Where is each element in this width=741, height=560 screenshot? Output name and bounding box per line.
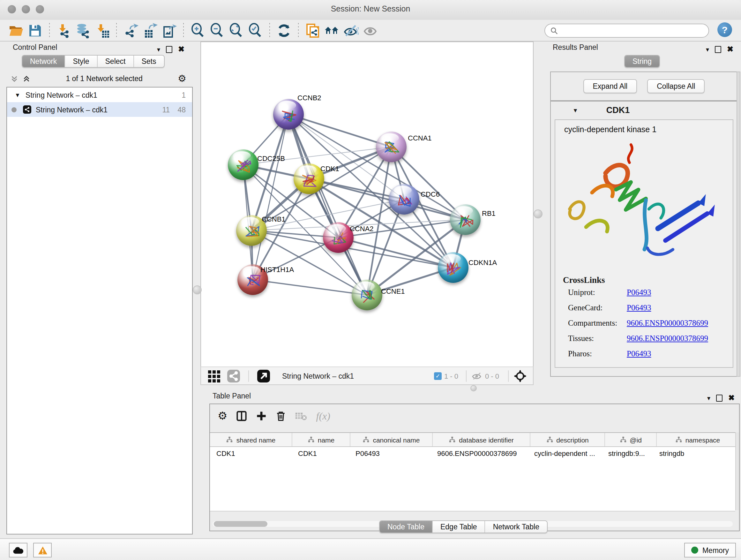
network-row[interactable]: String Network – cdk1 1148 (7, 102, 192, 117)
import-table-icon[interactable] (94, 22, 111, 39)
help-button[interactable]: ? (718, 22, 732, 37)
right-splitter-handle[interactable] (534, 209, 542, 219)
collapse-all-button[interactable]: Collapse All (647, 79, 704, 93)
left-splitter-handle[interactable] (193, 286, 202, 294)
first-neighbors-icon[interactable] (324, 22, 340, 39)
cloud-button[interactable] (9, 543, 27, 557)
show-all-icon[interactable] (362, 22, 379, 39)
search-field[interactable] (544, 23, 709, 38)
table-cell[interactable]: 9606.ENSP00000378699 (431, 447, 528, 460)
collapse-panel-icon[interactable]: ▾ (157, 46, 160, 53)
search-input[interactable] (558, 26, 688, 35)
tab-select[interactable]: Select (97, 56, 133, 67)
export-network-icon[interactable] (123, 22, 139, 39)
selected-checkbox-icon[interactable]: ✓ (434, 372, 442, 380)
zoom-in-icon[interactable] (190, 22, 206, 39)
gene-expand-icon[interactable]: ▼ (572, 107, 578, 113)
node-CCNA2[interactable] (323, 222, 354, 253)
node-CDC6[interactable] (389, 184, 419, 214)
horizontal-splitter-handle[interactable] (470, 385, 477, 391)
clone-network-icon[interactable] (305, 22, 321, 39)
column-header-namespace[interactable]: namespace (657, 433, 735, 446)
open-session-icon[interactable] (8, 22, 24, 39)
crosslink-link[interactable]: 9606.ENSP00000378699 (627, 319, 708, 328)
edge-CDK1-RB1[interactable] (309, 179, 465, 220)
delete-table-icon[interactable] (295, 411, 307, 421)
crosslink-link[interactable]: P06493 (627, 288, 651, 298)
tab-string[interactable]: String (625, 56, 659, 67)
zoom-fit-icon[interactable] (228, 22, 245, 39)
scrollbar-thumb[interactable] (214, 521, 267, 527)
tab-node-table[interactable]: Node Table (380, 521, 432, 533)
float-panel-icon[interactable] (716, 394, 723, 401)
zoom-out-icon[interactable] (209, 22, 225, 39)
table-cell[interactable]: cyclin-dependent ... (528, 447, 602, 460)
table-cell[interactable]: P06493 (349, 447, 431, 460)
node-CCNE1[interactable] (352, 280, 382, 310)
import-network-icon[interactable] (56, 22, 72, 39)
close-panel-icon[interactable]: ✖ (727, 45, 733, 54)
column-header-@id[interactable]: @id (605, 433, 657, 446)
results-panel-scrollbar[interactable] (737, 71, 740, 377)
table-cell[interactable]: CDK1 (210, 447, 292, 460)
export-image-icon[interactable] (161, 22, 178, 39)
close-panel-icon[interactable]: ✖ (728, 393, 735, 402)
collapse-panel-icon[interactable]: ▾ (706, 46, 709, 53)
crosslink-link[interactable]: P06493 (627, 303, 651, 313)
network-view-icon[interactable] (225, 368, 242, 384)
node-CCNB2[interactable] (273, 99, 304, 130)
tab-sets[interactable]: Sets (133, 56, 164, 67)
column-header-name[interactable]: name (292, 433, 350, 446)
table-cell[interactable]: CDK1 (292, 447, 349, 460)
table-settings-gear-icon[interactable]: ⚙ (218, 409, 227, 423)
table-cell[interactable]: stringdb (653, 447, 735, 460)
apply-layout-icon[interactable] (276, 22, 292, 39)
tab-network-table[interactable]: Network Table (485, 521, 547, 533)
collapse-all-icon[interactable] (10, 74, 18, 83)
column-header-database-identifier[interactable]: database identifier (433, 433, 530, 446)
hide-selected-icon[interactable] (343, 22, 359, 39)
crosslink-link[interactable]: P06493 (627, 349, 651, 359)
float-panel-icon[interactable] (715, 46, 721, 53)
edge-CCNB2-HIST1H1A[interactable] (253, 114, 288, 280)
column-header-description[interactable]: description (530, 433, 605, 446)
show-columns-icon[interactable] (237, 411, 247, 422)
export-table-icon[interactable] (142, 22, 158, 39)
network-options-gear-icon[interactable]: ⚙ (178, 73, 186, 84)
tab-edge-table[interactable]: Edge Table (432, 521, 485, 533)
node-CCNA1[interactable] (376, 132, 407, 162)
tab-network[interactable]: Network (22, 56, 64, 67)
node-CDC25B[interactable] (228, 149, 259, 180)
tab-style[interactable]: Style (64, 56, 97, 67)
grid-view-icon[interactable] (206, 368, 223, 384)
delete-column-icon[interactable] (276, 411, 286, 422)
crosslink-link[interactable]: 9606.ENSP00000378699 (627, 334, 708, 344)
table-row[interactable]: CDK1CDK1P064939606.ENSP00000378699cyclin… (210, 447, 735, 460)
birdseye-crosshair-icon[interactable] (514, 369, 527, 382)
node-CDK1[interactable] (293, 164, 324, 194)
network-collection-row[interactable]: ▼ String Network – cdk1 1 (7, 87, 192, 102)
zoom-selected-icon[interactable] (247, 22, 264, 39)
expand-all-icon[interactable] (22, 74, 30, 83)
node-CDKN1A[interactable] (438, 252, 468, 283)
add-column-icon[interactable] (256, 411, 267, 422)
gene-header[interactable]: ▼ CDK1 (551, 102, 737, 119)
float-panel-icon[interactable] (166, 46, 172, 53)
collapse-panel-icon[interactable]: ▾ (707, 394, 711, 401)
close-panel-icon[interactable]: ✖ (178, 45, 185, 54)
collection-expand-icon[interactable]: ▼ (15, 91, 20, 98)
memory-button[interactable]: Memory (684, 543, 736, 557)
edge-HIST1H1A-CCNE1[interactable] (253, 280, 367, 295)
network-canvas[interactable]: CCNB2CCNA1CDC25BCDK1CDC6RB1CCNB1CCNA2CDK… (200, 42, 534, 368)
save-session-icon[interactable] (27, 22, 44, 39)
table-cell[interactable]: stringdb:9... (602, 447, 653, 460)
warnings-button[interactable] (33, 543, 52, 557)
node-RB1[interactable] (450, 204, 481, 235)
column-header-canonical-name[interactable]: canonical name (350, 433, 433, 446)
expand-all-button[interactable]: Expand All (583, 79, 637, 93)
import-network-database-icon[interactable] (75, 22, 91, 39)
edge-CCNB2-CCNE1[interactable] (288, 114, 367, 295)
column-header-shared-name[interactable]: shared name (210, 433, 292, 446)
function-builder-icon[interactable]: f(x) (316, 410, 330, 422)
detach-view-icon[interactable] (255, 368, 272, 384)
